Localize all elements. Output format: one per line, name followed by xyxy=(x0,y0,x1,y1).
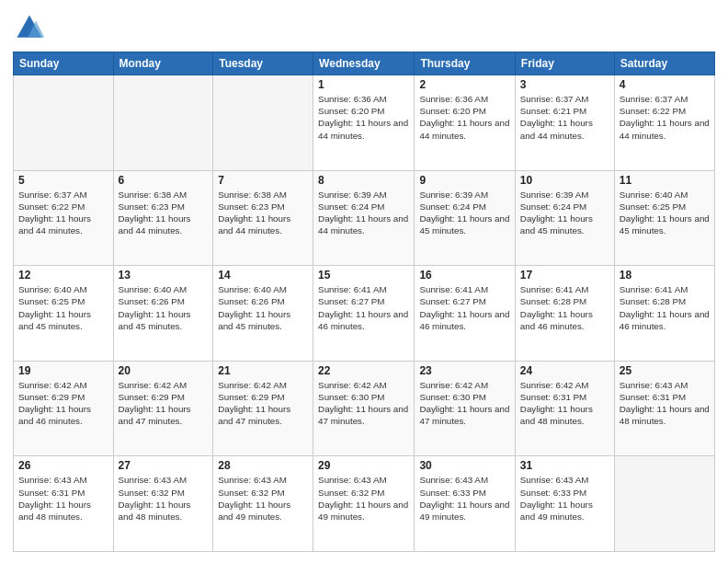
calendar-cell xyxy=(113,75,213,171)
day-info: Sunrise: 6:43 AM Sunset: 6:31 PM Dayligh… xyxy=(620,379,710,428)
calendar-cell: 12Sunrise: 6:40 AM Sunset: 6:25 PM Dayli… xyxy=(14,266,114,362)
calendar-cell: 20Sunrise: 6:42 AM Sunset: 6:29 PM Dayli… xyxy=(113,361,213,456)
day-number: 24 xyxy=(520,364,609,377)
day-info: Sunrise: 6:41 AM Sunset: 6:27 PM Dayligh… xyxy=(419,283,509,332)
day-info: Sunrise: 6:43 AM Sunset: 6:33 PM Dayligh… xyxy=(419,474,509,523)
weekday-thursday: Thursday xyxy=(415,52,515,75)
day-number: 8 xyxy=(318,174,409,187)
day-info: Sunrise: 6:37 AM Sunset: 6:22 PM Dayligh… xyxy=(18,189,108,237)
weekday-saturday: Saturday xyxy=(614,52,714,75)
calendar-cell: 16Sunrise: 6:41 AM Sunset: 6:27 PM Dayli… xyxy=(415,266,515,362)
calendar-cell xyxy=(14,75,114,171)
day-number: 23 xyxy=(419,364,509,377)
calendar-cell: 17Sunrise: 6:41 AM Sunset: 6:28 PM Dayli… xyxy=(515,266,614,362)
day-info: Sunrise: 6:42 AM Sunset: 6:30 PM Dayligh… xyxy=(419,379,509,428)
day-info: Sunrise: 6:40 AM Sunset: 6:26 PM Dayligh… xyxy=(218,283,308,332)
calendar-cell: 3Sunrise: 6:37 AM Sunset: 6:21 PM Daylig… xyxy=(515,75,614,171)
calendar-cell: 2Sunrise: 6:36 AM Sunset: 6:20 PM Daylig… xyxy=(415,75,515,171)
day-number: 10 xyxy=(520,174,609,187)
day-info: Sunrise: 6:40 AM Sunset: 6:25 PM Dayligh… xyxy=(620,189,710,237)
day-number: 20 xyxy=(119,364,209,377)
day-number: 3 xyxy=(520,78,609,91)
day-number: 22 xyxy=(318,364,409,377)
day-info: Sunrise: 6:42 AM Sunset: 6:30 PM Dayligh… xyxy=(318,379,409,428)
calendar-cell: 13Sunrise: 6:40 AM Sunset: 6:26 PM Dayli… xyxy=(113,266,213,362)
day-number: 9 xyxy=(419,174,509,187)
day-number: 21 xyxy=(218,364,308,377)
calendar-cell: 11Sunrise: 6:40 AM Sunset: 6:25 PM Dayli… xyxy=(614,170,714,266)
day-number: 31 xyxy=(520,459,609,472)
week-row-0: 1Sunrise: 6:36 AM Sunset: 6:20 PM Daylig… xyxy=(14,75,715,171)
page: SundayMondayTuesdayWednesdayThursdayFrid… xyxy=(0,0,728,563)
logo-icon xyxy=(13,11,46,44)
calendar-cell: 14Sunrise: 6:40 AM Sunset: 6:26 PM Dayli… xyxy=(213,266,313,362)
calendar-cell: 25Sunrise: 6:43 AM Sunset: 6:31 PM Dayli… xyxy=(614,361,714,456)
day-number: 16 xyxy=(419,269,509,282)
day-info: Sunrise: 6:42 AM Sunset: 6:29 PM Dayligh… xyxy=(119,379,209,428)
calendar-cell: 1Sunrise: 6:36 AM Sunset: 6:20 PM Daylig… xyxy=(313,75,415,171)
calendar-cell: 31Sunrise: 6:43 AM Sunset: 6:33 PM Dayli… xyxy=(515,456,614,552)
calendar-cell: 5Sunrise: 6:37 AM Sunset: 6:22 PM Daylig… xyxy=(14,170,114,266)
day-number: 2 xyxy=(419,78,509,91)
logo xyxy=(13,11,50,44)
day-number: 4 xyxy=(620,78,710,91)
day-info: Sunrise: 6:40 AM Sunset: 6:25 PM Dayligh… xyxy=(18,283,108,332)
header xyxy=(13,11,715,44)
calendar-cell: 10Sunrise: 6:39 AM Sunset: 6:24 PM Dayli… xyxy=(515,170,614,266)
day-number: 11 xyxy=(620,174,710,187)
week-row-1: 5Sunrise: 6:37 AM Sunset: 6:22 PM Daylig… xyxy=(14,170,715,266)
day-info: Sunrise: 6:39 AM Sunset: 6:24 PM Dayligh… xyxy=(419,189,509,237)
day-info: Sunrise: 6:42 AM Sunset: 6:29 PM Dayligh… xyxy=(18,379,108,428)
day-info: Sunrise: 6:42 AM Sunset: 6:29 PM Dayligh… xyxy=(218,379,308,428)
day-number: 1 xyxy=(318,78,409,91)
week-row-4: 26Sunrise: 6:43 AM Sunset: 6:31 PM Dayli… xyxy=(14,456,715,552)
calendar-cell: 24Sunrise: 6:42 AM Sunset: 6:31 PM Dayli… xyxy=(515,361,614,456)
weekday-wednesday: Wednesday xyxy=(313,52,415,75)
calendar-cell: 22Sunrise: 6:42 AM Sunset: 6:30 PM Dayli… xyxy=(313,361,415,456)
day-number: 19 xyxy=(18,364,108,377)
day-number: 7 xyxy=(218,174,308,187)
day-info: Sunrise: 6:36 AM Sunset: 6:20 PM Dayligh… xyxy=(318,93,409,142)
day-info: Sunrise: 6:38 AM Sunset: 6:23 PM Dayligh… xyxy=(218,189,308,237)
day-info: Sunrise: 6:43 AM Sunset: 6:31 PM Dayligh… xyxy=(18,474,108,523)
day-info: Sunrise: 6:39 AM Sunset: 6:24 PM Dayligh… xyxy=(520,189,609,237)
calendar-cell: 23Sunrise: 6:42 AM Sunset: 6:30 PM Dayli… xyxy=(415,361,515,456)
calendar-cell: 4Sunrise: 6:37 AM Sunset: 6:22 PM Daylig… xyxy=(614,75,714,171)
calendar-cell: 26Sunrise: 6:43 AM Sunset: 6:31 PM Dayli… xyxy=(14,456,114,552)
day-number: 5 xyxy=(18,174,108,187)
day-number: 29 xyxy=(318,459,409,472)
calendar-cell: 30Sunrise: 6:43 AM Sunset: 6:33 PM Dayli… xyxy=(415,456,515,552)
day-number: 26 xyxy=(18,459,108,472)
calendar-cell: 15Sunrise: 6:41 AM Sunset: 6:27 PM Dayli… xyxy=(313,266,415,362)
calendar-cell xyxy=(213,75,313,171)
calendar-cell: 8Sunrise: 6:39 AM Sunset: 6:24 PM Daylig… xyxy=(313,170,415,266)
weekday-tuesday: Tuesday xyxy=(213,52,313,75)
weekday-friday: Friday xyxy=(515,52,614,75)
day-number: 28 xyxy=(218,459,308,472)
day-info: Sunrise: 6:36 AM Sunset: 6:20 PM Dayligh… xyxy=(419,93,509,142)
calendar-cell: 18Sunrise: 6:41 AM Sunset: 6:28 PM Dayli… xyxy=(614,266,714,362)
day-info: Sunrise: 6:39 AM Sunset: 6:24 PM Dayligh… xyxy=(318,189,409,237)
day-number: 27 xyxy=(119,459,209,472)
day-number: 14 xyxy=(218,269,308,282)
week-row-3: 19Sunrise: 6:42 AM Sunset: 6:29 PM Dayli… xyxy=(14,361,715,456)
day-number: 15 xyxy=(318,269,409,282)
day-number: 18 xyxy=(620,269,710,282)
day-info: Sunrise: 6:37 AM Sunset: 6:21 PM Dayligh… xyxy=(520,93,609,142)
weekday-monday: Monday xyxy=(113,52,213,75)
day-number: 30 xyxy=(419,459,509,472)
day-info: Sunrise: 6:41 AM Sunset: 6:28 PM Dayligh… xyxy=(520,283,609,332)
day-info: Sunrise: 6:43 AM Sunset: 6:32 PM Dayligh… xyxy=(318,474,409,523)
calendar-cell: 7Sunrise: 6:38 AM Sunset: 6:23 PM Daylig… xyxy=(213,170,313,266)
calendar-cell: 6Sunrise: 6:38 AM Sunset: 6:23 PM Daylig… xyxy=(113,170,213,266)
calendar-cell: 29Sunrise: 6:43 AM Sunset: 6:32 PM Dayli… xyxy=(313,456,415,552)
day-info: Sunrise: 6:41 AM Sunset: 6:27 PM Dayligh… xyxy=(318,283,409,332)
day-number: 25 xyxy=(620,364,710,377)
calendar-cell: 19Sunrise: 6:42 AM Sunset: 6:29 PM Dayli… xyxy=(14,361,114,456)
calendar-cell: 9Sunrise: 6:39 AM Sunset: 6:24 PM Daylig… xyxy=(415,170,515,266)
calendar-cell: 28Sunrise: 6:43 AM Sunset: 6:32 PM Dayli… xyxy=(213,456,313,552)
day-number: 12 xyxy=(18,269,108,282)
day-info: Sunrise: 6:42 AM Sunset: 6:31 PM Dayligh… xyxy=(520,379,609,428)
day-info: Sunrise: 6:43 AM Sunset: 6:33 PM Dayligh… xyxy=(520,474,609,523)
weekday-sunday: Sunday xyxy=(14,52,114,75)
